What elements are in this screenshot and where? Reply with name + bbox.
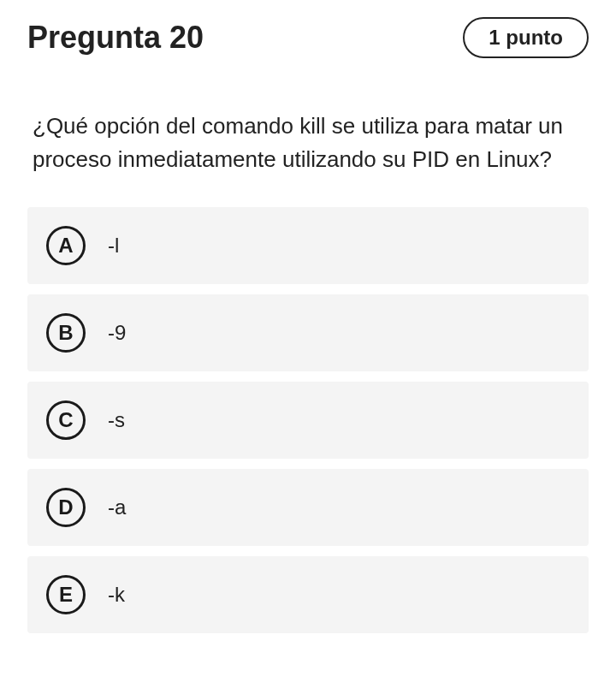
- option-c[interactable]: C -s: [27, 382, 589, 459]
- option-letter: A: [46, 226, 86, 265]
- option-text: -9: [108, 321, 126, 345]
- option-b[interactable]: B -9: [27, 294, 589, 371]
- question-title: Pregunta 20: [27, 20, 204, 56]
- option-text: -a: [108, 495, 126, 519]
- points-badge: 1 punto: [463, 17, 589, 58]
- option-letter: D: [46, 488, 86, 527]
- question-header: Pregunta 20 1 punto: [27, 17, 589, 58]
- option-text: -l: [108, 234, 119, 258]
- option-letter: B: [46, 313, 86, 353]
- option-e[interactable]: E -k: [27, 556, 589, 633]
- option-d[interactable]: D -a: [27, 469, 589, 546]
- option-letter: C: [46, 400, 86, 440]
- question-text: ¿Qué opción del comando kill se utiliza …: [27, 110, 589, 176]
- option-text: -k: [108, 583, 125, 607]
- option-text: -s: [108, 408, 125, 432]
- options-list: A -l B -9 C -s D -a E -k: [27, 207, 589, 633]
- option-letter: E: [46, 575, 86, 614]
- option-a[interactable]: A -l: [27, 207, 589, 284]
